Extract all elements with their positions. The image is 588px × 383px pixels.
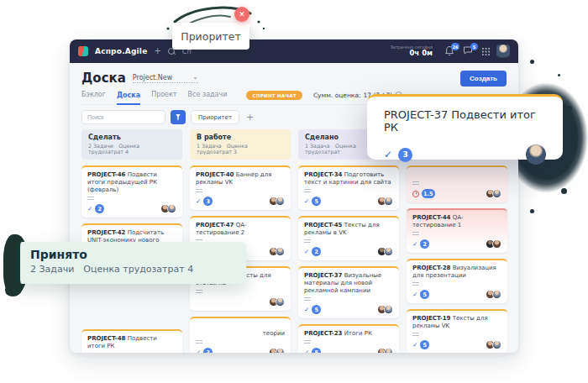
task-card[interactable]: PROJECT-37 Визуальные материалы для ново…: [298, 266, 399, 318]
page-title: Доска: [81, 71, 126, 86]
create-button[interactable]: Создать: [460, 71, 507, 87]
description-icon: [304, 340, 311, 344]
magnified-accepted-header: Принято 2 Задачи Оценка трудозатрат 4: [17, 242, 246, 284]
estimate-badge: 2: [420, 239, 429, 249]
tab-backlog[interactable]: Бэклог: [81, 91, 106, 100]
description-icon: [304, 297, 311, 301]
avatar: [276, 247, 285, 256]
search-input[interactable]: [81, 110, 165, 124]
estimate-badge: 5: [420, 290, 429, 299]
priority-filter-chip[interactable]: Приоритет: [191, 110, 239, 124]
priority-tooltip: Приоритет: [172, 23, 249, 50]
column-in-progress: В работе 1 Задача Оценка трудозатрат 3 P…: [190, 129, 291, 353]
estimate-badge: 2: [95, 204, 104, 213]
check-icon: ✓: [304, 306, 309, 313]
avatar: [276, 348, 285, 353]
accepted-subtitle: 2 Задачи Оценка трудозатрат 4: [30, 264, 236, 275]
project-selector[interactable]: Project.New ⌄: [133, 74, 198, 83]
accepted-title: Принято: [30, 248, 236, 261]
task-card[interactable]: PROJECT-44 QA-тестирование 1 ✓ 2: [407, 208, 507, 253]
task-card[interactable]: PROJECT-23 Итоги РК ✓ 5: [298, 324, 399, 353]
check-icon: ✓: [304, 197, 309, 205]
time-badge: 1.5: [422, 189, 435, 198]
estimate-badge: 3: [398, 148, 412, 162]
avatar: [276, 197, 285, 206]
check-icon: ✓: [196, 349, 201, 353]
apps-grid-button[interactable]: [481, 47, 490, 55]
summary-label: Сумм. оценка:: [313, 92, 361, 99]
avatar: [384, 348, 393, 353]
description-icon: [412, 282, 419, 286]
app-window: Аспро.Agile + Сп Затрачено сегодня 0ч 0м…: [70, 39, 518, 353]
user-avatar[interactable]: [496, 45, 510, 58]
sprint-status-badge: СПРИНТ НАЧАТ: [246, 91, 302, 100]
notifications-button[interactable]: 26: [444, 45, 456, 57]
task-card[interactable]: 1.5: [407, 165, 507, 202]
add-filter-button[interactable]: +: [246, 113, 254, 122]
chevron-down-icon: ⌄: [192, 76, 198, 78]
avatar: [384, 197, 393, 206]
avatar: [384, 305, 393, 314]
estimate-badge: 5: [312, 305, 321, 314]
description-icon: [196, 290, 202, 293]
description-icon: [304, 239, 311, 243]
funnel-icon: [176, 114, 181, 121]
close-button[interactable]: ✕: [234, 7, 249, 22]
task-card[interactable]: теории ✓ 3: [190, 317, 291, 353]
estimate-badge: 5: [420, 340, 429, 349]
top-navbar: Аспро.Agile + Сп Затрачено сегодня 0ч 0м…: [70, 39, 518, 63]
time-value: 0ч 0м: [390, 50, 433, 57]
overdue-clock-icon: [412, 191, 419, 197]
page: { "icons": { "plus": "+", "check": "✓", …: [0, 0, 588, 383]
avatar: [492, 340, 501, 349]
description-icon: [304, 189, 311, 192]
description-icon: [412, 333, 419, 336]
task-card[interactable]: PROJECT-28 Визуализация для презентации …: [407, 259, 507, 303]
task-card[interactable]: PROJECT-40 Баннер для рекламы VK ✓ 3: [190, 165, 291, 210]
close-icon: ✕: [239, 10, 245, 18]
check-icon: ✓: [384, 149, 392, 160]
description-icon: [196, 189, 202, 192]
tab-all-tasks[interactable]: Все задачи: [188, 91, 228, 100]
estimate-badge: 3: [203, 197, 213, 206]
avatar: [167, 204, 176, 213]
avatar: [526, 144, 546, 165]
check-icon: ✓: [304, 349, 309, 353]
tab-project[interactable]: Проект: [151, 91, 176, 100]
estimate-badge: 2: [312, 247, 321, 256]
column-header: Сделать 2 Задачи Оценка трудозатрат 4: [81, 129, 182, 160]
check-icon: ✓: [412, 240, 417, 248]
notifications-badge: 26: [451, 43, 459, 50]
task-card[interactable]: PROJECT-19 Тексты для рекламы VK ✓ 5: [407, 309, 507, 353]
task-card[interactable]: PROJECT-46 Подвести итоги предыдущей РК …: [81, 165, 182, 218]
avatar: [384, 247, 393, 256]
filter-button[interactable]: [171, 110, 186, 124]
check-icon: ✓: [196, 197, 201, 205]
description-icon: [87, 197, 94, 200]
brand-name: Аспро.Agile: [95, 47, 147, 55]
messages-badge: 5: [470, 43, 478, 50]
magnified-card-title: PROJECT-37 Подвести итог РК: [384, 108, 546, 134]
description-icon: [412, 232, 419, 235]
brand-logo-icon: [78, 46, 88, 56]
task-card[interactable]: PROJECT-45 Тексты для рекламы в VK ✓ 2: [298, 216, 399, 260]
messages-button[interactable]: 5: [463, 45, 475, 57]
column-todo: Сделать 2 Задачи Оценка трудозатрат 4 PR…: [81, 129, 182, 353]
magnified-task-card[interactable]: PROJECT-37 Подвести итог РК ✓ 3: [367, 94, 563, 160]
avatar: [276, 297, 285, 307]
tab-board[interactable]: Доска: [117, 92, 140, 105]
avatar: [492, 189, 501, 198]
check-icon: ✓: [412, 341, 417, 349]
check-icon: ✓: [412, 291, 417, 298]
time-tracker: Затрачено сегодня 0ч 0м: [390, 45, 433, 57]
description-icon: [196, 340, 202, 344]
check-icon: ✓: [87, 205, 92, 212]
task-card[interactable]: PROJECT-48 Подвести итоги РК ✓ 2: [81, 329, 182, 353]
task-card[interactable]: PROJECT-34 Подготовить текст и картинки …: [298, 165, 399, 210]
description-icon: [412, 181, 419, 185]
add-icon[interactable]: +: [154, 47, 160, 55]
estimate-badge: 3: [203, 348, 213, 353]
estimate-badge: 5: [312, 348, 321, 353]
avatar: [492, 290, 501, 299]
avatar: [492, 239, 501, 249]
